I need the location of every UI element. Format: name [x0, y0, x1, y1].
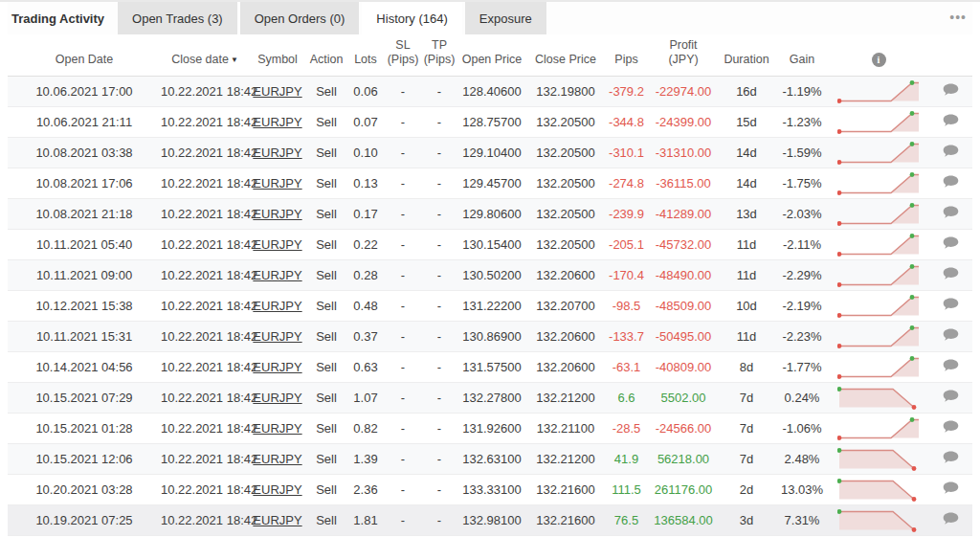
- comment-button[interactable]: [942, 298, 959, 311]
- symbol-link[interactable]: EURJPY: [253, 421, 301, 436]
- table-row[interactable]: 10.11.2021 09:0010.22.2021 18:42EURJPYSe…: [8, 260, 972, 291]
- cell-tp-pips: -: [421, 475, 457, 505]
- symbol-link[interactable]: EURJPY: [253, 391, 301, 405]
- comment-button[interactable]: [942, 236, 959, 250]
- cell-close-price: 132.21600: [526, 475, 605, 505]
- cell-gain: -1.75%: [774, 168, 830, 199]
- col-header-close-date[interactable]: Close date▼: [161, 34, 249, 77]
- symbol-link[interactable]: EURJPY: [253, 145, 301, 160]
- comment-button[interactable]: [942, 481, 959, 495]
- table-row[interactable]: 10.08.2021 17:0610.22.2021 18:42EURJPYSe…: [8, 168, 972, 199]
- cell-open-date: 10.08.2021 17:06: [8, 168, 161, 199]
- symbol-link[interactable]: EURJPY: [253, 360, 301, 374]
- cell-pips: -63.1: [605, 352, 648, 383]
- table-row[interactable]: 10.15.2021 07:2910.22.2021 18:42EURJPYSe…: [8, 383, 972, 414]
- cell-symbol: EURJPY: [249, 230, 306, 260]
- col-header-gain[interactable]: Gain: [774, 34, 830, 77]
- cell-open-price: 130.15400: [457, 230, 526, 260]
- table-row[interactable]: 10.08.2021 03:3810.22.2021 18:42EURJPYSe…: [8, 138, 972, 168]
- comment-button[interactable]: [942, 267, 959, 280]
- comment-button[interactable]: [942, 206, 959, 219]
- table-row[interactable]: 10.15.2021 01:2810.22.2021 18:42EURJPYSe…: [8, 414, 972, 444]
- symbol-link[interactable]: EURJPY: [253, 329, 301, 344]
- price-sparkline: [837, 294, 920, 319]
- cell-profit: -48490.00: [648, 260, 719, 291]
- table-row[interactable]: 10.06.2021 17:0010.22.2021 18:42EURJPYSe…: [8, 77, 972, 107]
- comment-button[interactable]: [942, 145, 959, 158]
- tab-history[interactable]: History (164): [362, 2, 461, 34]
- more-horizontal-icon[interactable]: •••: [949, 11, 967, 24]
- cell-gain: 2.48%: [774, 444, 830, 475]
- table-row[interactable]: 10.14.2021 04:5610.22.2021 18:42EURJPYSe…: [8, 352, 972, 383]
- table-row[interactable]: 10.15.2021 12:0610.22.2021 18:42EURJPYSe…: [8, 444, 972, 475]
- comment-button[interactable]: [942, 328, 959, 342]
- col-header-symbol-label: Symbol: [257, 53, 298, 66]
- tab-open-trades[interactable]: Open Trades (3): [118, 2, 237, 34]
- cell-open-price: 129.45700: [457, 168, 526, 199]
- table-row[interactable]: 10.06.2021 21:1110.22.2021 18:42EURJPYSe…: [8, 107, 972, 138]
- comment-button[interactable]: [942, 83, 959, 97]
- symbol-link[interactable]: EURJPY: [253, 452, 301, 466]
- price-sparkline: [837, 233, 920, 257]
- symbol-link[interactable]: EURJPY: [253, 237, 301, 252]
- symbol-link[interactable]: EURJPY: [253, 207, 301, 221]
- price-sparkline: [837, 141, 920, 166]
- cell-duration: 11d: [719, 260, 774, 291]
- col-header-open-price[interactable]: Open Price: [457, 34, 526, 77]
- col-header-lots[interactable]: Lots: [346, 34, 385, 77]
- symbol-link[interactable]: EURJPY: [253, 176, 301, 190]
- col-header-sl[interactable]: SL(Pips): [385, 34, 421, 77]
- cell-profit: 261176.00: [648, 475, 719, 505]
- col-header-gain-label: Gain: [790, 53, 814, 66]
- tab-exposure[interactable]: Exposure: [465, 2, 546, 34]
- table-row[interactable]: 10.20.2021 03:2810.22.2021 18:42EURJPYSe…: [8, 475, 972, 505]
- comment-button[interactable]: [942, 420, 959, 434]
- symbol-link[interactable]: EURJPY: [253, 115, 301, 129]
- col-header-symbol[interactable]: Symbol: [249, 34, 306, 77]
- table-row[interactable]: 10.08.2021 21:1810.22.2021 18:42EURJPYSe…: [8, 199, 972, 230]
- symbol-link[interactable]: EURJPY: [253, 299, 301, 313]
- symbol-link[interactable]: EURJPY: [253, 482, 301, 497]
- cell-sl-pips: -: [385, 291, 421, 322]
- col-header-close-price-label: Close Price: [535, 53, 596, 66]
- comment-button[interactable]: [942, 512, 959, 526]
- cell-close-price: 132.20500: [526, 230, 605, 260]
- col-header-open-date[interactable]: Open Date: [8, 34, 161, 77]
- col-header-tp[interactable]: TP(Pips): [421, 34, 457, 77]
- cell-open-date: 10.15.2021 12:06: [8, 444, 161, 475]
- sparkline-wrap: [830, 508, 927, 533]
- cell-open-price: 132.98100: [457, 505, 526, 536]
- symbol-link[interactable]: EURJPY: [253, 513, 301, 527]
- col-header-close-price[interactable]: Close Price: [526, 34, 605, 77]
- symbol-link[interactable]: EURJPY: [253, 268, 301, 282]
- comment-button[interactable]: [942, 390, 959, 403]
- tab-open-orders[interactable]: Open Orders (0): [240, 2, 360, 34]
- cell-duration: 2d: [719, 475, 774, 505]
- comment-button[interactable]: [942, 359, 959, 372]
- comment-button[interactable]: [942, 451, 959, 464]
- col-header-duration-label: Duration: [724, 53, 768, 66]
- sparkline-wrap: [830, 202, 927, 227]
- cell-comment: [927, 322, 972, 352]
- col-header-duration[interactable]: Duration: [719, 34, 774, 77]
- cell-comment: [927, 199, 972, 230]
- cell-gain: -1.19%: [774, 77, 830, 107]
- cell-lots: 1.39: [346, 444, 385, 475]
- cell-lots: 0.22: [346, 230, 385, 260]
- cell-sl-pips: -: [385, 352, 421, 383]
- sparkline-wrap: [830, 447, 927, 472]
- comment-button[interactable]: [942, 114, 959, 127]
- comment-button[interactable]: [942, 175, 959, 189]
- symbol-link[interactable]: EURJPY: [253, 84, 301, 99]
- cell-lots: 0.48: [346, 291, 385, 322]
- cell-gain: 13.03%: [774, 475, 830, 505]
- info-icon[interactable]: i: [872, 53, 886, 67]
- col-header-pips[interactable]: Pips: [605, 34, 648, 77]
- col-header-action[interactable]: Action: [306, 34, 346, 77]
- cell-action: Sell: [306, 138, 346, 168]
- table-row[interactable]: 10.11.2021 05:4010.22.2021 18:42EURJPYSe…: [8, 230, 972, 260]
- col-header-profit[interactable]: Profit(JPY): [648, 34, 719, 77]
- table-row[interactable]: 10.19.2021 07:2510.22.2021 18:42EURJPYSe…: [8, 505, 972, 536]
- table-row[interactable]: 10.12.2021 15:3810.22.2021 18:42EURJPYSe…: [8, 291, 972, 322]
- table-row[interactable]: 10.11.2021 15:3110.22.2021 18:42EURJPYSe…: [8, 322, 972, 352]
